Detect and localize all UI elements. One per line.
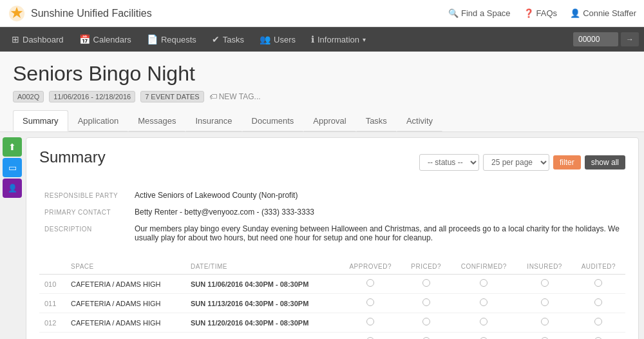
row-insured[interactable]: [517, 313, 571, 333]
row-confirmed[interactable]: [450, 275, 517, 294]
row-audited[interactable]: [572, 313, 625, 333]
row-approved[interactable]: [339, 333, 402, 340]
col-approved: APPROVED?: [339, 259, 402, 275]
nav-item-tasks[interactable]: ✔ Tasks: [205, 27, 251, 52]
edit-button[interactable]: ▭: [3, 158, 22, 177]
row-datetime: SUN 11/06/2016 04:30PM - 08:30PM: [185, 275, 339, 294]
tab-summary[interactable]: Summary: [13, 110, 68, 131]
info-icon: ℹ: [311, 34, 314, 44]
row-confirmed[interactable]: [450, 313, 517, 333]
row-approved[interactable]: [339, 313, 402, 333]
user-link[interactable]: 👤 Connie Staffer: [570, 8, 636, 18]
person-icon: 👤: [8, 184, 17, 193]
brand: Sunshine Unified Facilities: [8, 5, 152, 23]
row-audited[interactable]: [572, 294, 625, 313]
primary-contact-value: Betty Renter - betty@venyooz.com - (333)…: [129, 204, 625, 220]
tab-tasks[interactable]: Tasks: [356, 110, 397, 131]
row-num: 011: [39, 294, 66, 313]
info-row-description: DESCRIPTION Our members play bingo every…: [39, 220, 625, 246]
top-nav-right: 🔍 Find a Space ❓ FAQs 👤 Connie Staffer: [448, 8, 636, 18]
event-code-badge: A002Q: [13, 91, 44, 102]
row-datetime: SUN 11/20/2016 04:30PM - 08:30PM: [185, 313, 339, 333]
nav-item-users[interactable]: 👥 Users: [253, 27, 302, 52]
users-icon: 👥: [260, 34, 270, 44]
row-insured[interactable]: [517, 294, 571, 313]
nav-item-calendars[interactable]: 📅 Calendars: [73, 27, 138, 52]
tab-application[interactable]: Application: [68, 110, 129, 131]
page-title: Seniors Bingo Night: [13, 62, 631, 86]
table-row: 010 CAFETERIA / ADAMS HIGH SUN 11/06/201…: [39, 275, 625, 294]
tab-insurance[interactable]: Insurance: [185, 110, 242, 131]
row-priced[interactable]: [402, 313, 450, 333]
person-button[interactable]: 👤: [3, 179, 22, 198]
col-num: [39, 259, 66, 275]
row-space: CAFETERIA / ADAMS HIGH: [66, 294, 185, 313]
new-tag-link[interactable]: 🏷 NEW TAG...: [209, 92, 261, 101]
info-row-contact: PRIMARY CONTACT Betty Renter - betty@ven…: [39, 204, 625, 220]
chevron-down-icon: ▾: [363, 36, 366, 43]
nav-items: ⊞ Dashboard 📅 Calendars 📄 Requests ✔ Tas…: [5, 27, 372, 52]
description-value: Our members play bingo every Sunday even…: [129, 220, 625, 246]
nav-search-button[interactable]: →: [621, 32, 639, 46]
nav-item-dashboard[interactable]: ⊞ Dashboard: [5, 27, 70, 52]
row-audited[interactable]: [572, 333, 625, 340]
row-space: CAFETERIA / ADAMS HIGH: [66, 275, 185, 294]
faqs-link[interactable]: ❓ FAQs: [524, 8, 558, 18]
col-priced: PRICED?: [402, 259, 450, 275]
filter-button[interactable]: filter: [553, 155, 581, 170]
responsible-party-label: RESPONSIBLE PARTY: [39, 187, 129, 204]
col-datetime: DATE/TIME: [185, 259, 339, 275]
col-space: SPACE: [66, 259, 185, 275]
dashboard-icon: ⊞: [12, 34, 19, 44]
page-meta: A002Q 11/06/2016 - 12/18/2016 7 EVENT DA…: [13, 91, 631, 102]
nav-item-information[interactable]: ℹ Information ▾: [305, 27, 372, 52]
row-priced[interactable]: [402, 294, 450, 313]
row-num: 005: [39, 333, 66, 340]
tag-icon: 🏷: [209, 92, 217, 101]
search-icon: 🔍: [448, 8, 459, 18]
row-approved[interactable]: [339, 294, 402, 313]
tab-approval[interactable]: Approval: [303, 110, 355, 131]
user-icon: 👤: [570, 8, 580, 18]
row-audited[interactable]: [572, 275, 625, 294]
find-space-link[interactable]: 🔍 Find a Space: [448, 8, 511, 18]
tab-documents[interactable]: Documents: [242, 110, 304, 131]
table-row: 012 CAFETERIA / ADAMS HIGH SUN 11/20/201…: [39, 313, 625, 333]
row-num: 012: [39, 313, 66, 333]
nav-item-requests[interactable]: 📄 Requests: [140, 27, 203, 52]
row-space: CAFETERIA / ADAMS HIGH: [66, 313, 185, 333]
page-header: Seniors Bingo Night A002Q 11/06/2016 - 1…: [0, 52, 644, 132]
row-confirmed[interactable]: [450, 333, 517, 340]
nav-search-input[interactable]: [573, 32, 618, 46]
requests-icon: 📄: [147, 34, 158, 44]
main-panel: Summary -- status -- 25 per page filter …: [26, 137, 639, 339]
upload-button[interactable]: ⬆: [3, 137, 22, 157]
row-priced[interactable]: [402, 275, 450, 294]
tab-bar: Summary Application Messages Insurance D…: [13, 110, 631, 131]
status-filter-select[interactable]: -- status --: [419, 154, 479, 171]
row-space: CAFETERIA / ADAMS HIGH: [66, 333, 185, 340]
date-range-badge: 11/06/2016 - 12/18/2016: [49, 91, 135, 102]
events-table: SPACE DATE/TIME APPROVED? PRICED? CONFIR…: [39, 259, 625, 339]
tab-messages[interactable]: Messages: [128, 110, 185, 131]
row-priced[interactable]: [402, 333, 450, 340]
main-navigation: ⊞ Dashboard 📅 Calendars 📄 Requests ✔ Tas…: [0, 27, 644, 52]
info-row-responsible: RESPONSIBLE PARTY Active Seniors of Lake…: [39, 187, 625, 204]
row-insured[interactable]: [517, 275, 571, 294]
event-dates-badge: 7 EVENT DATES: [140, 91, 204, 102]
col-audited: AUDITED?: [572, 259, 625, 275]
edit-icon: ▭: [8, 162, 17, 173]
row-insured[interactable]: [517, 333, 571, 340]
row-approved[interactable]: [339, 275, 402, 294]
section-controls: -- status -- 25 per page filter show all: [419, 154, 625, 171]
app-title: Sunshine Unified Facilities: [31, 8, 152, 19]
tab-activity[interactable]: Activity: [397, 110, 442, 131]
show-all-button[interactable]: show all: [585, 155, 625, 170]
row-confirmed[interactable]: [450, 294, 517, 313]
col-confirmed: CONFIRMED?: [450, 259, 517, 275]
col-insured: INSURED?: [517, 259, 571, 275]
row-num: 010: [39, 275, 66, 294]
primary-contact-label: PRIMARY CONTACT: [39, 204, 129, 220]
table-header-row: SPACE DATE/TIME APPROVED? PRICED? CONFIR…: [39, 259, 625, 275]
per-page-select[interactable]: 25 per page: [483, 154, 549, 171]
